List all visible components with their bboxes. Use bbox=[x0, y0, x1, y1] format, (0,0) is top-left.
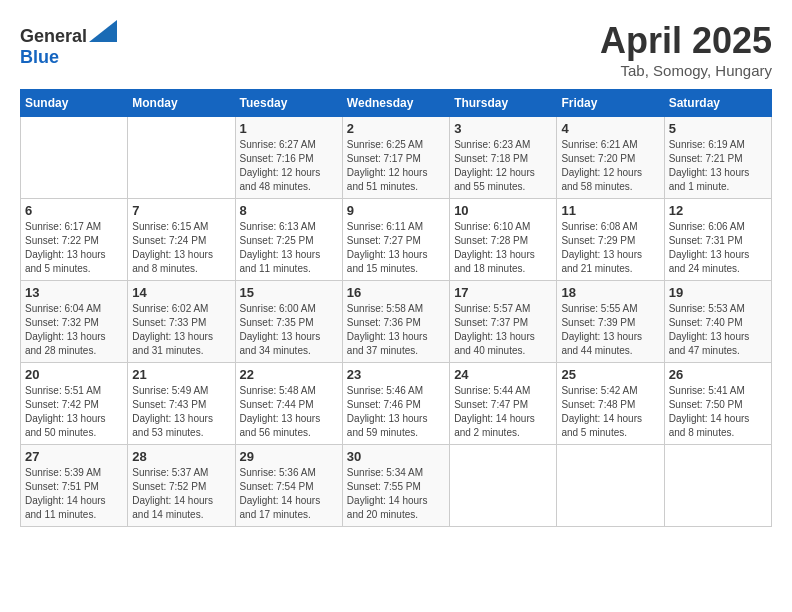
day-info: Sunrise: 5:42 AMSunset: 7:48 PMDaylight:… bbox=[561, 384, 659, 440]
day-info: Sunrise: 5:34 AMSunset: 7:55 PMDaylight:… bbox=[347, 466, 445, 522]
day-number: 17 bbox=[454, 285, 552, 300]
calendar-cell: 13Sunrise: 6:04 AMSunset: 7:32 PMDayligh… bbox=[21, 281, 128, 363]
day-info: Sunrise: 6:23 AMSunset: 7:18 PMDaylight:… bbox=[454, 138, 552, 194]
day-number: 9 bbox=[347, 203, 445, 218]
calendar-cell: 22Sunrise: 5:48 AMSunset: 7:44 PMDayligh… bbox=[235, 363, 342, 445]
day-info: Sunrise: 5:37 AMSunset: 7:52 PMDaylight:… bbox=[132, 466, 230, 522]
header-saturday: Saturday bbox=[664, 90, 771, 117]
page-header: General Blue April 2025 Tab, Somogy, Hun… bbox=[20, 20, 772, 79]
logo-blue: Blue bbox=[20, 47, 59, 67]
calendar-cell: 19Sunrise: 5:53 AMSunset: 7:40 PMDayligh… bbox=[664, 281, 771, 363]
day-number: 24 bbox=[454, 367, 552, 382]
day-number: 25 bbox=[561, 367, 659, 382]
calendar-cell: 16Sunrise: 5:58 AMSunset: 7:36 PMDayligh… bbox=[342, 281, 449, 363]
title-block: April 2025 Tab, Somogy, Hungary bbox=[600, 20, 772, 79]
day-info: Sunrise: 6:06 AMSunset: 7:31 PMDaylight:… bbox=[669, 220, 767, 276]
calendar-cell: 27Sunrise: 5:39 AMSunset: 7:51 PMDayligh… bbox=[21, 445, 128, 527]
day-number: 1 bbox=[240, 121, 338, 136]
calendar-cell: 14Sunrise: 6:02 AMSunset: 7:33 PMDayligh… bbox=[128, 281, 235, 363]
day-info: Sunrise: 5:53 AMSunset: 7:40 PMDaylight:… bbox=[669, 302, 767, 358]
logo-text: General Blue bbox=[20, 20, 117, 68]
day-number: 28 bbox=[132, 449, 230, 464]
day-number: 16 bbox=[347, 285, 445, 300]
day-number: 3 bbox=[454, 121, 552, 136]
day-info: Sunrise: 6:02 AMSunset: 7:33 PMDaylight:… bbox=[132, 302, 230, 358]
calendar-cell: 23Sunrise: 5:46 AMSunset: 7:46 PMDayligh… bbox=[342, 363, 449, 445]
calendar-cell: 5Sunrise: 6:19 AMSunset: 7:21 PMDaylight… bbox=[664, 117, 771, 199]
calendar-cell: 10Sunrise: 6:10 AMSunset: 7:28 PMDayligh… bbox=[450, 199, 557, 281]
day-number: 30 bbox=[347, 449, 445, 464]
day-number: 7 bbox=[132, 203, 230, 218]
calendar-cell bbox=[450, 445, 557, 527]
day-info: Sunrise: 5:55 AMSunset: 7:39 PMDaylight:… bbox=[561, 302, 659, 358]
header-friday: Friday bbox=[557, 90, 664, 117]
day-info: Sunrise: 6:19 AMSunset: 7:21 PMDaylight:… bbox=[669, 138, 767, 194]
calendar-week-1: 1Sunrise: 6:27 AMSunset: 7:16 PMDaylight… bbox=[21, 117, 772, 199]
calendar-cell: 6Sunrise: 6:17 AMSunset: 7:22 PMDaylight… bbox=[21, 199, 128, 281]
calendar-cell: 8Sunrise: 6:13 AMSunset: 7:25 PMDaylight… bbox=[235, 199, 342, 281]
day-number: 27 bbox=[25, 449, 123, 464]
header-tuesday: Tuesday bbox=[235, 90, 342, 117]
calendar-cell: 9Sunrise: 6:11 AMSunset: 7:27 PMDaylight… bbox=[342, 199, 449, 281]
calendar-cell: 21Sunrise: 5:49 AMSunset: 7:43 PMDayligh… bbox=[128, 363, 235, 445]
calendar-cell: 29Sunrise: 5:36 AMSunset: 7:54 PMDayligh… bbox=[235, 445, 342, 527]
calendar-cell: 4Sunrise: 6:21 AMSunset: 7:20 PMDaylight… bbox=[557, 117, 664, 199]
day-info: Sunrise: 6:15 AMSunset: 7:24 PMDaylight:… bbox=[132, 220, 230, 276]
calendar-week-5: 27Sunrise: 5:39 AMSunset: 7:51 PMDayligh… bbox=[21, 445, 772, 527]
header-wednesday: Wednesday bbox=[342, 90, 449, 117]
day-info: Sunrise: 6:17 AMSunset: 7:22 PMDaylight:… bbox=[25, 220, 123, 276]
day-number: 13 bbox=[25, 285, 123, 300]
calendar-cell: 17Sunrise: 5:57 AMSunset: 7:37 PMDayligh… bbox=[450, 281, 557, 363]
month-title: April 2025 bbox=[600, 20, 772, 62]
day-info: Sunrise: 5:46 AMSunset: 7:46 PMDaylight:… bbox=[347, 384, 445, 440]
day-number: 20 bbox=[25, 367, 123, 382]
day-number: 6 bbox=[25, 203, 123, 218]
day-number: 21 bbox=[132, 367, 230, 382]
calendar-cell: 25Sunrise: 5:42 AMSunset: 7:48 PMDayligh… bbox=[557, 363, 664, 445]
day-number: 4 bbox=[561, 121, 659, 136]
svg-marker-0 bbox=[89, 20, 117, 42]
day-info: Sunrise: 5:39 AMSunset: 7:51 PMDaylight:… bbox=[25, 466, 123, 522]
calendar-week-4: 20Sunrise: 5:51 AMSunset: 7:42 PMDayligh… bbox=[21, 363, 772, 445]
day-info: Sunrise: 5:57 AMSunset: 7:37 PMDaylight:… bbox=[454, 302, 552, 358]
calendar-week-3: 13Sunrise: 6:04 AMSunset: 7:32 PMDayligh… bbox=[21, 281, 772, 363]
day-number: 23 bbox=[347, 367, 445, 382]
day-info: Sunrise: 5:49 AMSunset: 7:43 PMDaylight:… bbox=[132, 384, 230, 440]
day-info: Sunrise: 5:44 AMSunset: 7:47 PMDaylight:… bbox=[454, 384, 552, 440]
calendar-cell: 28Sunrise: 5:37 AMSunset: 7:52 PMDayligh… bbox=[128, 445, 235, 527]
calendar-cell: 20Sunrise: 5:51 AMSunset: 7:42 PMDayligh… bbox=[21, 363, 128, 445]
calendar-cell: 7Sunrise: 6:15 AMSunset: 7:24 PMDaylight… bbox=[128, 199, 235, 281]
day-info: Sunrise: 6:00 AMSunset: 7:35 PMDaylight:… bbox=[240, 302, 338, 358]
calendar-cell: 30Sunrise: 5:34 AMSunset: 7:55 PMDayligh… bbox=[342, 445, 449, 527]
day-info: Sunrise: 5:41 AMSunset: 7:50 PMDaylight:… bbox=[669, 384, 767, 440]
day-info: Sunrise: 6:21 AMSunset: 7:20 PMDaylight:… bbox=[561, 138, 659, 194]
weekday-header-row: Sunday Monday Tuesday Wednesday Thursday… bbox=[21, 90, 772, 117]
header-monday: Monday bbox=[128, 90, 235, 117]
day-number: 5 bbox=[669, 121, 767, 136]
day-info: Sunrise: 5:36 AMSunset: 7:54 PMDaylight:… bbox=[240, 466, 338, 522]
header-sunday: Sunday bbox=[21, 90, 128, 117]
calendar-cell: 3Sunrise: 6:23 AMSunset: 7:18 PMDaylight… bbox=[450, 117, 557, 199]
calendar-cell bbox=[664, 445, 771, 527]
location-title: Tab, Somogy, Hungary bbox=[600, 62, 772, 79]
day-number: 11 bbox=[561, 203, 659, 218]
calendar-cell bbox=[128, 117, 235, 199]
day-number: 15 bbox=[240, 285, 338, 300]
day-number: 26 bbox=[669, 367, 767, 382]
calendar-table: Sunday Monday Tuesday Wednesday Thursday… bbox=[20, 89, 772, 527]
calendar-cell: 18Sunrise: 5:55 AMSunset: 7:39 PMDayligh… bbox=[557, 281, 664, 363]
header-thursday: Thursday bbox=[450, 90, 557, 117]
calendar-cell bbox=[21, 117, 128, 199]
calendar-cell: 24Sunrise: 5:44 AMSunset: 7:47 PMDayligh… bbox=[450, 363, 557, 445]
day-info: Sunrise: 6:13 AMSunset: 7:25 PMDaylight:… bbox=[240, 220, 338, 276]
day-info: Sunrise: 5:58 AMSunset: 7:36 PMDaylight:… bbox=[347, 302, 445, 358]
calendar-cell: 11Sunrise: 6:08 AMSunset: 7:29 PMDayligh… bbox=[557, 199, 664, 281]
day-info: Sunrise: 5:51 AMSunset: 7:42 PMDaylight:… bbox=[25, 384, 123, 440]
day-number: 18 bbox=[561, 285, 659, 300]
day-info: Sunrise: 6:08 AMSunset: 7:29 PMDaylight:… bbox=[561, 220, 659, 276]
day-number: 8 bbox=[240, 203, 338, 218]
calendar-cell: 26Sunrise: 5:41 AMSunset: 7:50 PMDayligh… bbox=[664, 363, 771, 445]
day-info: Sunrise: 6:10 AMSunset: 7:28 PMDaylight:… bbox=[454, 220, 552, 276]
calendar-week-2: 6Sunrise: 6:17 AMSunset: 7:22 PMDaylight… bbox=[21, 199, 772, 281]
day-number: 12 bbox=[669, 203, 767, 218]
